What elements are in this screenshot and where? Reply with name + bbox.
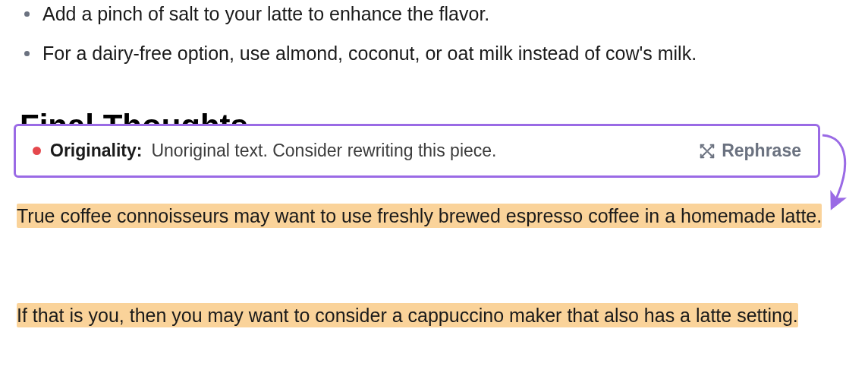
rephrase-button[interactable]: Rephrase: [699, 138, 801, 164]
pointer-arrow-icon: [818, 129, 863, 213]
highlighted-text[interactable]: If that is you, then you may want to con…: [17, 303, 798, 327]
rephrase-label: Rephrase: [722, 138, 801, 164]
originality-label: Originality:: [50, 138, 142, 164]
tips-list: Add a pinch of salt to your latte to enh…: [17, 0, 851, 68]
flagged-paragraph: If that is you, then you may want to con…: [17, 301, 851, 330]
highlighted-text[interactable]: True coffee connoisseurs may want to use…: [17, 204, 822, 228]
list-item: For a dairy-free option, use almond, coc…: [17, 40, 851, 68]
list-item-text: For a dairy-free option, use almond, coc…: [42, 43, 697, 64]
list-item-text: Add a pinch of salt to your latte to enh…: [42, 3, 489, 24]
originality-alert[interactable]: Originality: Unoriginal text. Consider r…: [14, 124, 820, 178]
list-item: Add a pinch of salt to your latte to enh…: [17, 0, 851, 29]
status-dot-icon: [33, 147, 41, 155]
flagged-paragraph: True coffee connoisseurs may want to use…: [17, 201, 851, 231]
rephrase-icon: [699, 143, 715, 160]
originality-message: Unoriginal text. Consider rewriting this…: [151, 138, 496, 164]
